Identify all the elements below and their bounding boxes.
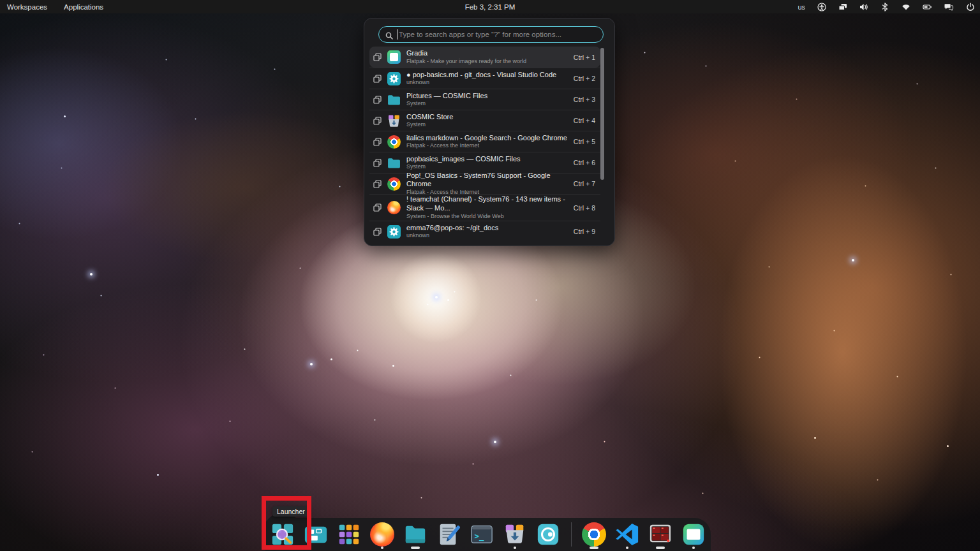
result-title: popbasics_images — COSMIC Files bbox=[406, 155, 568, 164]
gradia-icon bbox=[387, 50, 401, 64]
result-subtitle: Flatpak - Access the Internet bbox=[406, 142, 568, 149]
keyboard-layout-indicator[interactable]: us bbox=[798, 3, 805, 11]
app-grid-icon bbox=[337, 522, 361, 547]
result-title: emma76@pop-os: ~/git_docs bbox=[406, 224, 568, 233]
bluetooth-icon[interactable] bbox=[880, 3, 889, 11]
dock-item-files[interactable] bbox=[399, 518, 432, 551]
bright-star bbox=[90, 273, 93, 276]
result-title: COSMIC Store bbox=[406, 113, 568, 122]
result-shortcut: Ctrl + 2 bbox=[574, 75, 595, 82]
dock-item-store[interactable] bbox=[498, 518, 531, 551]
result-title: ! teamchat (Channel) - System76 - 143 ne… bbox=[406, 195, 568, 213]
result-shortcut: Ctrl + 9 bbox=[574, 228, 595, 235]
window-stack-icon bbox=[373, 180, 382, 188]
displays-icon[interactable] bbox=[838, 3, 847, 11]
generic-gear-icon bbox=[387, 72, 401, 85]
window-stack-icon bbox=[373, 159, 382, 167]
tiling-terminal-icon bbox=[648, 522, 672, 547]
svg-text:>_: >_ bbox=[475, 532, 484, 541]
window-stack-icon bbox=[373, 117, 382, 125]
result-subtitle: System - Browse the World Wide Web bbox=[406, 213, 568, 220]
result-row-vscode-window[interactable]: ● pop-basics.md - git_docs - Visual Stud… bbox=[369, 68, 600, 89]
dock-item-terminal[interactable]: >_ bbox=[465, 518, 498, 551]
store-icon bbox=[387, 114, 401, 128]
notifications-icon[interactable] bbox=[944, 3, 954, 11]
result-row-files-popbasics[interactable]: popbasics_images — COSMIC FilesSystem Ct… bbox=[369, 152, 600, 173]
result-shortcut: Ctrl + 6 bbox=[574, 159, 595, 166]
chrome-icon bbox=[582, 522, 606, 547]
window-stack-icon bbox=[373, 53, 382, 61]
power-icon[interactable] bbox=[966, 3, 975, 11]
battery-icon[interactable] bbox=[923, 3, 932, 11]
window-stack-icon bbox=[373, 228, 382, 236]
window-stack-icon bbox=[373, 138, 382, 146]
vscode-icon bbox=[615, 522, 639, 547]
result-title: Pictures — COSMIC Files bbox=[406, 92, 568, 101]
result-row-terminal[interactable]: emma76@pop-os: ~/git_docsunknown Ctrl + … bbox=[369, 221, 600, 242]
applications-menu[interactable]: Applications bbox=[64, 3, 103, 11]
result-shortcut: Ctrl + 3 bbox=[574, 96, 595, 103]
window-stack-icon bbox=[373, 96, 382, 104]
accessibility-icon[interactable] bbox=[817, 3, 826, 11]
dock: >_ bbox=[265, 518, 711, 551]
result-subtitle: Flatpak - Make your images ready for the… bbox=[406, 58, 568, 65]
result-row-chrome-support[interactable]: Pop!_OS Basics - System76 Support - Goog… bbox=[369, 173, 600, 194]
workspaces-menu[interactable]: Workspaces bbox=[7, 3, 47, 11]
firefox-icon bbox=[370, 522, 394, 547]
result-row-firefox-slack[interactable]: ! teamchat (Channel) - System76 - 143 ne… bbox=[369, 194, 600, 221]
result-subtitle: unknown bbox=[406, 79, 568, 86]
result-title: italics markdown - Google Search - Googl… bbox=[406, 134, 568, 143]
files-icon bbox=[403, 522, 427, 547]
result-row-files-pictures[interactable]: Pictures — COSMIC FilesSystem Ctrl + 3 bbox=[369, 89, 600, 110]
result-title: Pop!_OS Basics - System76 Support - Goog… bbox=[406, 172, 568, 189]
top-panel: Workspaces Applications Feb 3, 2:31 PM u… bbox=[0, 0, 980, 13]
bright-star bbox=[494, 441, 496, 443]
result-subtitle: System bbox=[406, 121, 568, 128]
result-subtitle: unknown bbox=[406, 232, 568, 239]
result-row-gradia[interactable]: GradiaFlatpak - Make your images ready f… bbox=[369, 47, 600, 68]
folder-icon bbox=[387, 156, 401, 170]
dock-item-gradia[interactable] bbox=[677, 518, 710, 551]
result-list: GradiaFlatpak - Make your images ready f… bbox=[369, 47, 600, 242]
dock-item-settings[interactable] bbox=[531, 518, 565, 551]
window-stack-icon bbox=[373, 203, 382, 212]
search-input[interactable] bbox=[378, 26, 604, 43]
bright-star bbox=[435, 296, 438, 298]
dock-item-text-editor[interactable] bbox=[432, 518, 465, 551]
chrome-icon bbox=[387, 135, 401, 149]
result-row-chrome-search[interactable]: italics markdown - Google Search - Googl… bbox=[369, 131, 600, 152]
folder-icon bbox=[387, 93, 401, 107]
bright-star bbox=[310, 363, 313, 365]
dock-item-tiling-terminal[interactable] bbox=[644, 518, 677, 551]
wifi-icon[interactable] bbox=[902, 3, 910, 11]
store-icon bbox=[503, 522, 527, 547]
result-shortcut: Ctrl + 4 bbox=[574, 117, 595, 124]
dock-item-app-grid[interactable] bbox=[332, 518, 366, 551]
result-subtitle: System bbox=[406, 100, 568, 107]
result-shortcut: Ctrl + 1 bbox=[574, 54, 595, 61]
text-caret bbox=[397, 29, 397, 40]
launcher-popup: GradiaFlatpak - Make your images ready f… bbox=[364, 18, 615, 246]
result-title: ● pop-basics.md - git_docs - Visual Stud… bbox=[406, 71, 568, 80]
dock-item-vscode[interactable] bbox=[611, 518, 644, 551]
terminal-icon: >_ bbox=[470, 522, 494, 547]
scrollbar-thumb[interactable] bbox=[600, 48, 604, 180]
window-stack-icon bbox=[373, 75, 382, 83]
result-row-cosmic-store[interactable]: COSMIC StoreSystem Ctrl + 4 bbox=[369, 110, 600, 131]
chrome-icon bbox=[387, 177, 401, 191]
volume-icon[interactable] bbox=[859, 3, 868, 11]
result-shortcut: Ctrl + 5 bbox=[574, 138, 595, 145]
result-shortcut: Ctrl + 7 bbox=[574, 180, 595, 187]
generic-gear-icon bbox=[387, 225, 401, 239]
dock-item-chrome[interactable] bbox=[577, 518, 611, 551]
text-editor-icon bbox=[436, 522, 461, 547]
bright-star bbox=[852, 259, 854, 261]
result-subtitle: System bbox=[406, 163, 568, 170]
dock-item-firefox[interactable] bbox=[366, 518, 399, 551]
settings-icon bbox=[536, 522, 560, 547]
firefox-icon bbox=[387, 201, 401, 214]
gradia-icon bbox=[681, 522, 706, 547]
dock-separator bbox=[565, 518, 577, 551]
result-title: Gradia bbox=[406, 49, 568, 58]
annotation-highlight bbox=[262, 496, 311, 550]
